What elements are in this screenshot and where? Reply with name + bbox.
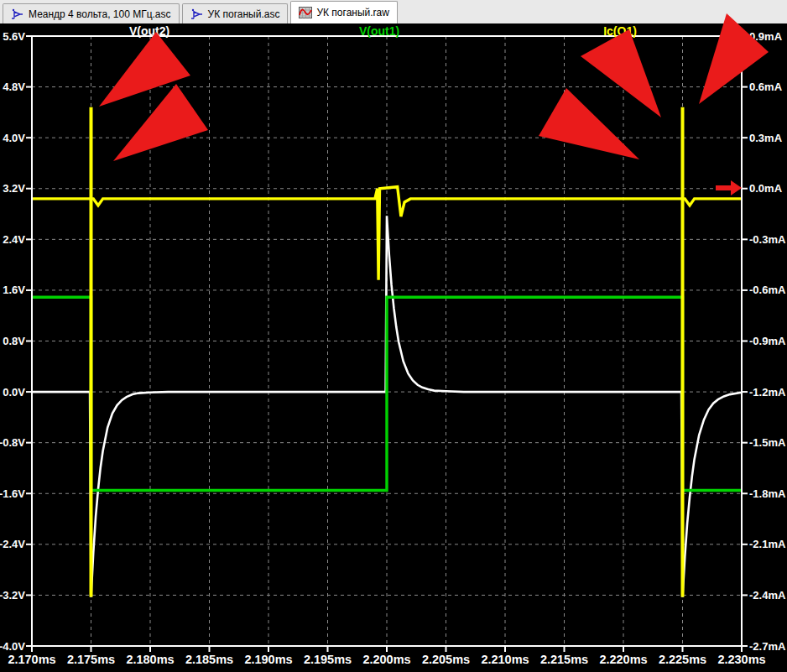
y-axis-label-right: -0.3mA [749, 233, 786, 246]
y-axis-label-right: 0.9mA [749, 30, 783, 43]
y-axis-label-right: -1.2mA [749, 386, 786, 399]
y-axis-label-right: -0.9mA [749, 335, 786, 347]
y-axis-label-left: 0.8V [3, 335, 25, 347]
y-axis-label-right: -2.1mA [749, 538, 786, 550]
ltspice-window: Меандр 4 вольта, 100 МГц.asc УК поганый.… [0, 0, 787, 672]
plot-background [0, 23, 787, 672]
x-axis-label: 2.210ms [481, 653, 529, 666]
x-axis-label: 2.170ms [8, 653, 55, 666]
y-axis-label-right: 0.6mA [749, 81, 783, 93]
x-axis-label: 2.225ms [659, 653, 706, 666]
y-axis-label-left: 5.6V [3, 30, 25, 43]
x-axis-label: 2.220ms [599, 653, 647, 666]
y-axis-label-left: 2.4V [3, 233, 25, 246]
trace-label-icq1[interactable]: Ic(Q1) [603, 24, 637, 38]
tab-waveform-uk-raw[interactable]: УК поганый.raw [290, 1, 398, 23]
y-axis-label-right: -2.4mA [749, 589, 786, 602]
x-axis-label: 2.185ms [185, 653, 233, 666]
tab-bar: Меандр 4 вольта, 100 МГц.asc УК поганый.… [0, 0, 787, 23]
schematic-icon [190, 8, 204, 21]
y-axis-label-right: -0.6mA [749, 284, 786, 296]
x-axis-label: 2.205ms [422, 653, 470, 666]
y-axis-label-left: -2.4V [0, 538, 25, 550]
y-axis-label-right: 0.0mA [749, 182, 783, 195]
y-axis-label-left: 0.0V [3, 386, 25, 399]
y-axis-label-left: -4.0V [0, 640, 25, 653]
y-axis-label-left: 4.0V [3, 132, 25, 144]
y-axis-label-left: 1.6V [3, 284, 25, 296]
y-axis-label-right: -1.8mA [749, 487, 786, 500]
y-axis-label-right: -2.7mA [749, 640, 786, 653]
y-axis-label-left: -0.8V [0, 436, 25, 449]
x-axis-label: 2.190ms [244, 653, 292, 666]
waveform-icon [299, 6, 312, 19]
tab-schematic-uk[interactable]: УК поганый.asc [182, 3, 289, 23]
waveform-plot[interactable]: 5.6V4.8V4.0V3.2V2.4V1.6V0.8V0.0V-0.8V-1.… [0, 0, 787, 672]
tab-label: Меандр 4 вольта, 100 МГц.asc [29, 8, 171, 20]
y-axis-label-left: -3.2V [0, 589, 25, 602]
x-axis-label: 2.215ms [540, 653, 588, 666]
y-axis-label-left: -1.6V [0, 487, 25, 500]
x-axis-label: 2.175ms [67, 653, 115, 666]
trace-label-vout1[interactable]: V(out1) [359, 24, 399, 38]
y-axis-label-right: 0.3mA [749, 132, 783, 144]
y-axis-label-left: 3.2V [3, 182, 25, 195]
trace-label-vout2[interactable]: V(out2) [129, 24, 169, 38]
x-axis-label: 2.180ms [126, 653, 174, 666]
x-axis-label: 2.230ms [717, 653, 765, 666]
tab-label: УК поганый.asc [208, 8, 280, 20]
schematic-icon [11, 8, 24, 21]
y-axis-label-left: 4.8V [3, 81, 25, 93]
x-axis-label: 2.195ms [304, 653, 352, 666]
tab-label: УК поганый.raw [316, 7, 389, 18]
x-axis-label: 2.200ms [362, 653, 410, 666]
tab-schematic-meandr[interactable]: Меандр 4 вольта, 100 МГц.asc [3, 3, 180, 23]
y-axis-label-right: -1.5mA [749, 436, 786, 449]
